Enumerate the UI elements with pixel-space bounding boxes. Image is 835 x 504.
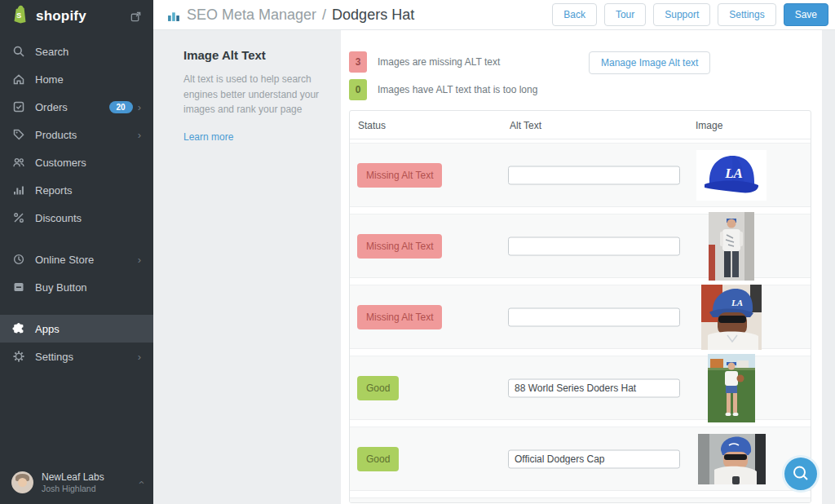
sidebar-item-buy-button[interactable]: Buy Button [0, 273, 153, 301]
discounts-icon [12, 211, 25, 224]
too-long-alt-count-badge: 0 [349, 79, 367, 100]
bar-chart-icon [167, 8, 181, 22]
product-image-person-on-field [687, 354, 775, 422]
product-image-dodgers-cap: LA [687, 150, 775, 201]
image-alt-table: Status Alt Text Image Missing Alt Text L… [349, 110, 811, 503]
sidebar-item-products[interactable]: Products › [0, 121, 153, 148]
too-long-alt-text: Images have ALT text that is too long [378, 84, 537, 95]
support-button[interactable]: Support [653, 3, 710, 26]
sidebar-item-label: Customers [35, 157, 86, 169]
sidebar-item-settings[interactable]: Settings › [0, 343, 153, 370]
learn-more-link[interactable]: Learn more [183, 131, 233, 143]
nav-group-divider [0, 232, 153, 245]
sidebar-item-customers[interactable]: Customers [0, 148, 153, 176]
sidebar-nav: Search Home Orders 20 › Products › [0, 38, 153, 370]
table-row: Good [350, 427, 811, 491]
status-badge: Good [357, 376, 399, 400]
shopify-logo[interactable]: S shopify [0, 0, 153, 33]
chevron-right-icon: › [138, 130, 141, 140]
table-row: Missing Alt Text LA [350, 285, 811, 349]
column-header-alt-text: Alt Text [510, 120, 541, 131]
too-long-alt-alert: 0 Images have ALT text that is too long [349, 79, 537, 100]
sidebar-item-label: Products [35, 129, 77, 141]
alt-text-input[interactable] [508, 166, 680, 184]
sidebar-item-orders[interactable]: Orders 20 › [0, 93, 153, 121]
svg-text:LA: LA [724, 166, 743, 181]
alt-text-input[interactable] [508, 378, 680, 397]
column-header-status: Status [358, 120, 386, 131]
page-title: Dodgers Hat [332, 7, 414, 24]
status-badge: Missing Alt Text [357, 234, 442, 259]
table-row: Missing Alt Text LA [350, 143, 811, 207]
missing-alt-count-badge: 3 [349, 51, 367, 73]
sidebar-item-label: Apps [35, 323, 60, 335]
sidebar-item-label: Reports [35, 184, 73, 197]
settings-icon [12, 350, 25, 363]
table-row: Missing Alt Text [350, 214, 811, 278]
home-icon [12, 73, 25, 86]
back-button[interactable]: Back [552, 3, 597, 26]
manage-image-alt-button[interactable]: Manage Image Alt text [589, 51, 710, 74]
sidebar-item-label: Settings [35, 351, 73, 363]
product-image-man-with-phone [687, 434, 775, 484]
chevron-right-icon: › [138, 102, 141, 113]
product-image-man-closeup: LA [687, 285, 775, 350]
orders-icon [12, 100, 25, 113]
avatar [11, 471, 33, 493]
alt-text-input[interactable] [508, 449, 680, 468]
sidebar-item-discounts[interactable]: Discounts [0, 204, 153, 232]
breadcrumb-separator: / [322, 7, 326, 24]
buy-button-icon [12, 281, 25, 294]
reports-icon [12, 183, 25, 197]
orders-count-badge: 20 [109, 101, 133, 113]
chevron-right-icon: › [138, 254, 141, 265]
apps-icon [12, 322, 25, 335]
info-panel-description: Alt text is used to help search engines … [183, 72, 324, 117]
sidebar-item-label: Online Store [35, 254, 94, 266]
sidebar-item-online-store[interactable]: Online Store › [0, 245, 153, 273]
sidebar-item-apps[interactable]: Apps [0, 315, 153, 343]
sidebar-item-label: Home [35, 73, 64, 86]
settings-button[interactable]: Settings [718, 3, 775, 26]
account-switcher[interactable]: NewLeaf Labs Josh Highland › [0, 465, 153, 501]
chevron-right-icon: › [138, 351, 141, 362]
tour-button[interactable]: Tour [604, 3, 646, 26]
customers-icon [12, 156, 25, 169]
info-panel: Image Alt Text Alt text is used to help … [183, 48, 324, 144]
table-header: Status Alt Text Image [350, 111, 811, 139]
search-icon [12, 45, 25, 58]
shopify-bag-icon: S [11, 5, 29, 28]
table-row: Good [350, 356, 811, 420]
info-panel-title: Image Alt Text [183, 48, 324, 62]
chevron-up-icon: › [134, 481, 146, 484]
sidebar-item-search[interactable]: Search [0, 38, 153, 65]
product-image-man-standing [687, 212, 775, 281]
sidebar-item-home[interactable]: Home [0, 65, 153, 93]
svg-text:S: S [16, 11, 21, 20]
alt-text-input[interactable] [508, 307, 680, 326]
svg-text:LA: LA [731, 298, 743, 307]
nav-group-divider [0, 301, 153, 315]
sidebar-item-label: Discounts [35, 212, 82, 224]
status-badge: Missing Alt Text [357, 163, 442, 188]
floating-search-button[interactable] [782, 455, 820, 493]
sidebar-item-reports[interactable]: Reports [0, 176, 153, 204]
shopify-logo-text: shopify [36, 8, 86, 24]
table-row-partial [350, 497, 811, 503]
sidebar-item-label: Buy Button [35, 281, 87, 294]
status-badge: Good [357, 447, 399, 471]
missing-alt-text: Images are missing ALT text [378, 56, 500, 68]
account-company: NewLeaf Labs [42, 471, 104, 484]
missing-alt-alert: 3 Images are missing ALT text [349, 51, 500, 73]
sidebar: S shopify Search Home Orders 20 › [0, 0, 153, 504]
save-button[interactable]: Save [784, 3, 828, 26]
top-bar: SEO Meta Manager / Dodgers Hat Back Tour… [153, 0, 835, 30]
alt-text-input[interactable] [508, 237, 680, 255]
column-header-image: Image [696, 120, 722, 131]
topbar-buttons: Back Tour Support Settings Save [552, 3, 828, 26]
sidebar-item-label: Orders [35, 101, 68, 113]
external-link-icon[interactable] [130, 11, 142, 23]
status-badge: Missing Alt Text [357, 305, 442, 329]
account-user: Josh Highland [42, 484, 104, 494]
sidebar-item-label: Search [35, 46, 68, 58]
